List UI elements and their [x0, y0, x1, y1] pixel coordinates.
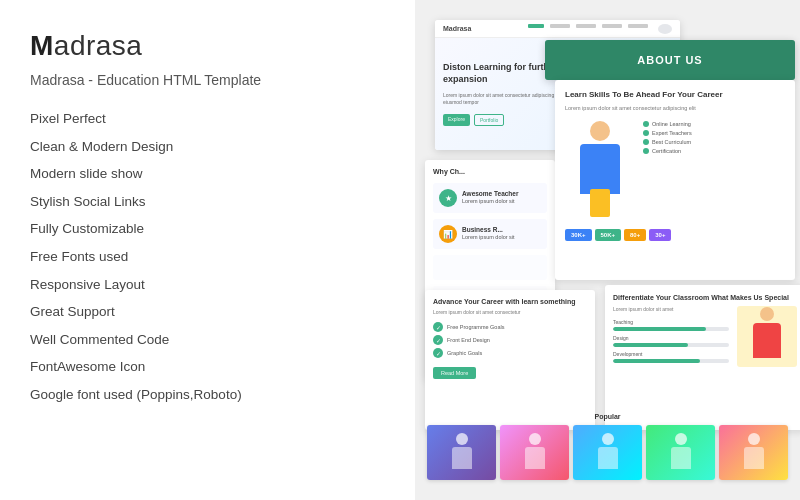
- list-item: Fully Customizable: [30, 216, 385, 242]
- skills-title: Learn Skills To Be Ahead For Your Career: [565, 90, 785, 99]
- subtitle: Madrasa - Education HTML Template: [30, 72, 385, 88]
- thumb-figure-1: [447, 433, 477, 473]
- stat-badge-1: 30K+: [565, 229, 592, 241]
- right-panel: Madrasa Diston Learning for further expa…: [415, 0, 800, 500]
- list-item: Responsive Layout: [30, 272, 385, 298]
- thumb-figure-5: [739, 433, 769, 473]
- diff-person-figure: [747, 307, 787, 367]
- list-item: Clean & Modern Design: [30, 134, 385, 160]
- thumb-head-4: [675, 433, 687, 445]
- screenshot-skills: Learn Skills To Be Ahead For Your Career…: [555, 80, 795, 280]
- why-icon-2: 📊: [439, 225, 457, 243]
- list-item: Free Fonts used: [30, 244, 385, 270]
- hero-logo: Madrasa: [443, 25, 471, 32]
- progress-2: Design: [613, 335, 729, 347]
- stat-badge-3: 80+: [624, 229, 646, 241]
- career-text-3: Graphic Goals: [447, 350, 482, 356]
- why-card-content-2: Business R... Lorem ipsum dolor sit: [462, 226, 515, 241]
- sp-head: [590, 121, 610, 141]
- skill-row-3: Best Curriculum: [643, 139, 692, 145]
- skill-dot-3: [643, 139, 649, 145]
- thumb-body-5: [744, 447, 764, 469]
- why-card-content-1: Awesome Teacher Lorem ipsum dolor sit: [462, 190, 518, 205]
- careers-read-more: Read More: [433, 367, 476, 379]
- career-item-3: ✓ Graphic Goals: [433, 348, 587, 358]
- skill-row-4: Certification: [643, 148, 692, 154]
- progress-label-3: Development: [613, 351, 729, 357]
- nav-item-2: [550, 24, 570, 28]
- why-card-title-1: Awesome Teacher: [462, 190, 518, 197]
- hero-navbar: Madrasa: [435, 20, 680, 38]
- progress-bar-3: [613, 359, 729, 363]
- thumb-head-3: [602, 433, 614, 445]
- progress-fill-2: [613, 343, 688, 347]
- skill-label-2: Expert Teachers: [652, 130, 692, 136]
- left-panel: Madrasa Madrasa - Education HTML Templat…: [0, 0, 415, 500]
- sp-book: [590, 189, 610, 217]
- about-overlay: ABOUT US: [545, 40, 795, 80]
- nav-item-3: [576, 24, 596, 28]
- career-text-1: Free Programme Goals: [447, 324, 504, 330]
- career-item-2: ✓ Front End Design: [433, 335, 587, 345]
- why-icon-1: ★: [439, 189, 457, 207]
- why-card-text-1: Lorem ipsum dolor sit: [462, 198, 518, 205]
- thumb-head-2: [529, 433, 541, 445]
- thumb-body-1: [452, 447, 472, 469]
- progress-3: Development: [613, 351, 729, 363]
- skill-person-figure: [565, 121, 635, 221]
- diff-head: [760, 307, 774, 321]
- nav-item-5: [628, 24, 648, 28]
- hero-btn-portfolio: Portfolio: [474, 114, 504, 126]
- skills-col: Online Learning Expert Teachers Best Cur…: [643, 121, 692, 221]
- thumb-5: [719, 425, 788, 480]
- diff-sub: Lorem ipsum dolor sit amet: [613, 306, 729, 313]
- careers-title: Advance Your Career with learn something: [433, 298, 587, 305]
- diff-body: [753, 323, 781, 358]
- thumb-figure-4: [666, 433, 696, 473]
- stats-badges: 30K+ 50K+ 80+ 30+: [565, 229, 785, 241]
- logo-area: Madrasa: [30, 30, 385, 62]
- progress-fill-3: [613, 359, 700, 363]
- stat-badge-2: 50K+: [595, 229, 622, 241]
- why-card-1: ★ Awesome Teacher Lorem ipsum dolor sit: [433, 183, 547, 213]
- sp-body: [580, 144, 620, 194]
- nav-item-1: [528, 24, 544, 28]
- skills-sub: Lorem ipsum dolor sit amet consectetur a…: [565, 105, 785, 113]
- screenshot-differentiate: Differentiate Your Classroom What Makes …: [605, 285, 800, 430]
- hero-nav: [528, 24, 672, 34]
- thumb-body-3: [598, 447, 618, 469]
- why-title: Why Ch...: [433, 168, 547, 175]
- list-item: Pixel Perfect: [30, 106, 385, 132]
- screenshots-container: Madrasa Diston Learning for further expa…: [425, 20, 790, 480]
- nav-item-4: [602, 24, 622, 28]
- screenshot-bottom: [425, 425, 790, 480]
- thumb-head-5: [748, 433, 760, 445]
- skill-label-3: Best Curriculum: [652, 139, 691, 145]
- career-text-2: Front End Design: [447, 337, 490, 343]
- screenshot-careers: Advance Your Career with learn something…: [425, 290, 595, 430]
- diff-title: Differentiate Your Classroom What Makes …: [613, 293, 797, 302]
- progress-fill-1: [613, 327, 706, 331]
- features-list: Pixel Perfect Clean & Modern Design Mode…: [30, 106, 385, 408]
- skill-row-2: Expert Teachers: [643, 130, 692, 136]
- diff-image: [737, 306, 797, 367]
- list-item: Modern slide show: [30, 161, 385, 187]
- thumb-inner-4: [646, 425, 715, 480]
- thumb-figure-2: [520, 433, 550, 473]
- popular-title: Popular: [425, 413, 790, 420]
- skill-dot-4: [643, 148, 649, 154]
- list-item: Great Support: [30, 299, 385, 325]
- diff-text: Lorem ipsum dolor sit amet Teaching Desi…: [613, 306, 729, 367]
- thumb-3: [573, 425, 642, 480]
- thumb-head-1: [456, 433, 468, 445]
- hero-btn-explore: Explore: [443, 114, 470, 126]
- skill-label-1: Online Learning: [652, 121, 691, 127]
- list-item: Stylish Social Links: [30, 189, 385, 215]
- thumb-1: [427, 425, 496, 480]
- why-card-3-placeholder: [433, 255, 547, 280]
- thumb-body-2: [525, 447, 545, 469]
- thumb-4: [646, 425, 715, 480]
- screenshot-about: ABOUT US: [545, 40, 795, 80]
- skill-label-4: Certification: [652, 148, 681, 154]
- career-item-1: ✓ Free Programme Goals: [433, 322, 587, 332]
